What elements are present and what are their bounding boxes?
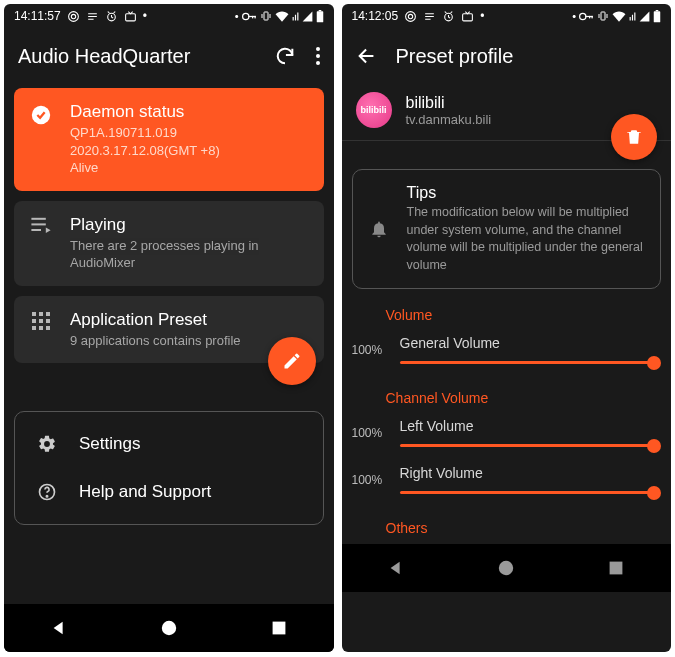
- svg-rect-3: [125, 13, 135, 20]
- app-title: Preset profile: [396, 45, 658, 68]
- key-icon: [579, 11, 594, 22]
- battery-icon: [316, 10, 324, 23]
- svg-point-29: [162, 621, 176, 635]
- more-icon[interactable]: [316, 47, 320, 65]
- svg-point-32: [409, 14, 413, 18]
- svg-rect-23: [46, 319, 50, 323]
- playing-card[interactable]: Playing There are 2 processes playing in…: [14, 201, 324, 286]
- nav-bar: [4, 604, 334, 652]
- svg-rect-16: [31, 223, 45, 225]
- svg-point-1: [71, 14, 75, 18]
- svg-rect-24: [32, 326, 36, 330]
- settings-group: Settings Help and Support: [14, 411, 324, 525]
- alarm-icon: [105, 10, 118, 23]
- svg-point-35: [580, 13, 586, 19]
- app-bar: Preset profile: [342, 28, 672, 84]
- refresh-icon[interactable]: [274, 45, 296, 67]
- alarm-icon: [442, 10, 455, 23]
- nav-back[interactable]: [48, 617, 70, 639]
- svg-point-0: [68, 11, 78, 21]
- svg-rect-43: [610, 562, 623, 575]
- slider-thumb[interactable]: [647, 486, 661, 500]
- status-icon: [86, 10, 99, 23]
- svg-rect-34: [463, 13, 473, 20]
- status-time: 14:12:05: [352, 9, 399, 23]
- svg-rect-17: [31, 229, 41, 231]
- left-volume-slider[interactable]: [400, 444, 656, 447]
- daemon-build: QP1A.190711.019: [70, 124, 308, 142]
- help-label: Help and Support: [79, 482, 211, 502]
- app-title: Audio HeadQuarter: [18, 45, 256, 68]
- nav-recent[interactable]: [268, 617, 290, 639]
- right-volume-row: 100% Right Volume: [352, 461, 662, 508]
- nav-home[interactable]: [495, 557, 517, 579]
- signal-icon: [302, 11, 313, 22]
- left-volume-label: Left Volume: [400, 418, 656, 434]
- daemon-time: 2020.3.17.12.08(GMT +8): [70, 142, 308, 160]
- status-dot: •: [143, 9, 147, 23]
- status-dot: •: [480, 9, 484, 23]
- svg-rect-6: [252, 15, 253, 18]
- svg-rect-38: [592, 15, 593, 18]
- tv-icon: [124, 10, 137, 23]
- general-volume-slider[interactable]: [400, 361, 656, 364]
- svg-rect-26: [46, 326, 50, 330]
- profile-header: bilibili bilibili tv.danmaku.bili: [342, 84, 672, 140]
- status-time: 14:11:57: [14, 9, 61, 23]
- svg-point-12: [316, 54, 320, 58]
- gear-icon: [37, 434, 57, 454]
- daemon-status-card[interactable]: Daemon status QP1A.190711.019 2020.3.17.…: [14, 88, 324, 191]
- settings-row[interactable]: Settings: [15, 420, 323, 468]
- playing-title: Playing: [70, 215, 308, 235]
- profile-package: tv.danmaku.bili: [406, 112, 492, 127]
- apps-grid-icon: [32, 312, 50, 330]
- svg-rect-7: [254, 15, 255, 18]
- svg-rect-8: [264, 12, 268, 20]
- delete-fab[interactable]: [611, 114, 657, 160]
- right-volume-value: 100%: [352, 473, 388, 487]
- svg-rect-22: [39, 319, 43, 323]
- phone-screen-1: 14:11:57 • • Audio HeadQuarter: [4, 4, 334, 652]
- signal-icon: [292, 11, 299, 22]
- svg-point-31: [406, 11, 416, 21]
- svg-point-13: [316, 61, 320, 65]
- vibrate-icon: [260, 10, 272, 22]
- nav-back[interactable]: [385, 557, 407, 579]
- nav-home[interactable]: [158, 617, 180, 639]
- svg-point-4: [242, 13, 248, 19]
- profile-name: bilibili: [406, 94, 492, 112]
- status-icon: [423, 10, 436, 23]
- slider-thumb[interactable]: [647, 439, 661, 453]
- daemon-state: Alive: [70, 159, 308, 177]
- status-dot: •: [235, 10, 239, 22]
- left-volume-row: 100% Left Volume: [352, 414, 662, 461]
- help-row[interactable]: Help and Support: [15, 468, 323, 516]
- general-volume-label: General Volume: [400, 335, 656, 351]
- main-content: Daemon status QP1A.190711.019 2020.3.17.…: [4, 84, 334, 604]
- daemon-title: Daemon status: [70, 102, 308, 122]
- svg-rect-41: [656, 10, 659, 11]
- avatar: bilibili: [356, 92, 392, 128]
- signal-icon: [639, 11, 650, 22]
- section-volume: Volume: [386, 307, 662, 323]
- nav-recent[interactable]: [605, 557, 627, 579]
- right-volume-slider[interactable]: [400, 491, 656, 494]
- back-icon[interactable]: [356, 45, 378, 67]
- svg-rect-39: [601, 12, 605, 20]
- preset-title: Application Preset: [70, 310, 308, 330]
- slider-thumb[interactable]: [647, 356, 661, 370]
- nav-bar: [342, 544, 672, 592]
- left-volume-value: 100%: [352, 426, 388, 440]
- svg-point-11: [316, 47, 320, 51]
- edit-fab[interactable]: [268, 337, 316, 385]
- status-icon: [67, 10, 80, 23]
- help-icon: [37, 482, 57, 502]
- app-bar: Audio HeadQuarter: [4, 28, 334, 84]
- section-others: Others: [386, 520, 662, 536]
- playing-sub: There are 2 processes playing in AudioMi…: [70, 237, 308, 272]
- svg-rect-18: [32, 312, 36, 316]
- signal-icon: [629, 11, 636, 22]
- settings-label: Settings: [79, 434, 140, 454]
- trash-icon: [624, 127, 644, 147]
- tv-icon: [461, 10, 474, 23]
